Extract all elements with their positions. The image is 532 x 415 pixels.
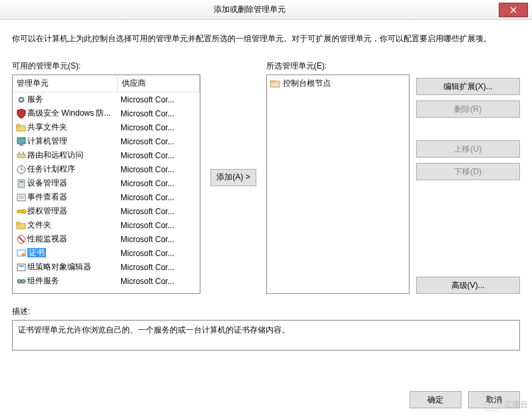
snapin-name: 组策略对象编辑器 [27,262,91,271]
move-up-button: 上移(U) [416,140,520,158]
snapin-vendor: Microsoft Cor... [121,277,200,286]
tree-root-label: 控制台根节点 [283,78,331,89]
snapin-row[interactable]: 证书Microsoft Cor... [13,246,200,260]
header-name[interactable]: 管理单元 [13,75,118,92]
gear-icon [16,94,27,105]
svg-point-27 [17,279,21,283]
snapin-name: 证书 [27,248,46,257]
available-snapins-list[interactable]: 管理单元 供应商 服务Microsoft Cor...高级安全 Windows … [12,74,200,294]
key-icon [16,206,27,217]
close-icon [510,7,517,13]
comp-svc-icon [16,276,27,287]
edit-extensions-button[interactable]: 编辑扩展(X)... [416,78,520,95]
svg-point-32 [489,400,501,410]
snapin-name: 服务 [27,94,43,104]
snapin-vendor: Microsoft Cor... [121,207,200,216]
add-button[interactable]: 添加(A) > [210,169,256,186]
close-button[interactable] [499,3,528,17]
advanced-button[interactable]: 高级(V)... [416,277,520,294]
remove-button: 删除(R) [416,100,520,118]
snapin-name: 组件服务 [27,276,59,285]
window-title: 添加或删除管理单元 [0,4,499,15]
snapin-row[interactable]: 路由和远程访问Microsoft Cor... [13,148,200,162]
snapin-name: 设备管理器 [27,178,67,188]
cert-icon [16,248,27,259]
snapin-vendor: Microsoft Cor... [121,109,200,118]
clock-icon [16,164,27,175]
snapin-name: 授权管理器 [27,206,67,215]
snapin-name: 共享文件夹 [27,122,67,132]
cloud-icon [481,398,501,411]
ok-button[interactable]: 确定 [409,391,461,408]
available-label: 可用的管理单元(S): [12,61,200,72]
svg-rect-6 [17,154,25,158]
svg-point-1 [21,98,23,100]
computer-icon [16,136,27,147]
snapin-name: 任务计划程序 [27,164,75,174]
svg-point-24 [22,253,25,256]
titlebar: 添加或删除管理单元 [0,0,532,20]
watermark: 亿速云 [481,398,528,411]
snapin-vendor: Microsoft Cor... [121,249,200,258]
folder-share-icon [16,122,27,133]
snapin-row[interactable]: 服务Microsoft Cor... [13,92,200,106]
svg-rect-13 [19,181,23,183]
gpo-icon [16,262,27,273]
snapin-name: 性能监视器 [27,234,67,243]
snapin-row[interactable]: 任务计划程序Microsoft Cor... [13,162,200,176]
snapin-row[interactable]: 共享文件夹Microsoft Cor... [13,120,200,134]
snapin-row[interactable]: 高级安全 Windows 防...Microsoft Cor... [13,106,200,120]
svg-rect-20 [17,222,20,224]
folder-icon [16,220,27,231]
list-header: 管理单元 供应商 [13,75,200,92]
selected-snapins-tree[interactable]: 控制台根节点 [266,74,409,294]
description-label: 描述: [12,306,520,317]
description-box: 证书管理单元允许你浏览自己的、一个服务的或一台计算机的证书存储内容。 [12,320,520,350]
snapin-vendor: Microsoft Cor... [121,151,200,160]
snapin-row[interactable]: 组策略对象编辑器Microsoft Cor... [13,260,200,274]
snapin-vendor: Microsoft Cor... [121,221,200,230]
svg-rect-12 [18,180,25,188]
shield-icon [16,108,27,119]
snapin-vendor: Microsoft Cor... [121,137,200,146]
router-icon [16,150,27,161]
device-icon [16,178,27,189]
instruction-text: 你可以在计算机上为此控制台选择可用的管理单元并配置所选的一组管理单元。对于可扩展… [12,33,520,45]
snapin-row[interactable]: 授权管理器Microsoft Cor... [13,204,200,218]
svg-rect-26 [19,265,24,267]
header-vendor[interactable]: 供应商 [118,75,200,92]
snapin-name: 高级安全 Windows 防... [27,108,111,118]
snapin-vendor: Microsoft Cor... [121,179,200,188]
svg-rect-14 [17,194,25,201]
event-icon [16,192,27,203]
svg-rect-5 [19,144,23,146]
snapin-name: 路由和远程访问 [27,150,83,160]
snapin-vendor: Microsoft Cor... [121,165,200,174]
description-text: 证书管理单元允许你浏览自己的、一个服务的或一台计算机的证书存储内容。 [18,325,290,335]
svg-rect-4 [17,138,25,144]
svg-point-28 [21,279,25,283]
snapin-row[interactable]: 性能监视器Microsoft Cor... [13,232,200,246]
perf-icon [16,234,27,245]
snapin-row[interactable]: 设备管理器Microsoft Cor... [13,176,200,190]
snapin-vendor: Microsoft Cor... [121,263,200,272]
selected-label: 所选管理单元(E): [266,61,409,72]
snapin-row[interactable]: 文件夹Microsoft Cor... [13,218,200,232]
svg-rect-25 [17,264,25,271]
snapin-vendor: Microsoft Cor... [121,123,200,132]
folder-icon [270,78,280,89]
snapin-vendor: Microsoft Cor... [121,95,200,104]
snapin-name: 文件夹 [27,220,51,229]
snapin-row[interactable]: 计算机管理Microsoft Cor... [13,134,200,148]
snapin-vendor: Microsoft Cor... [121,235,200,244]
snapin-name: 计算机管理 [27,136,67,146]
snapin-name: 事件查看器 [27,192,67,202]
svg-point-18 [22,209,26,213]
snapin-vendor: Microsoft Cor... [121,193,200,202]
svg-rect-3 [17,124,20,126]
tree-root-item[interactable]: 控制台根节点 [270,78,406,89]
move-down-button: 下移(D) [416,163,520,180]
snapin-row[interactable]: 组件服务Microsoft Cor... [13,274,200,288]
svg-rect-30 [270,80,274,82]
snapin-row[interactable]: 事件查看器Microsoft Cor... [13,190,200,204]
